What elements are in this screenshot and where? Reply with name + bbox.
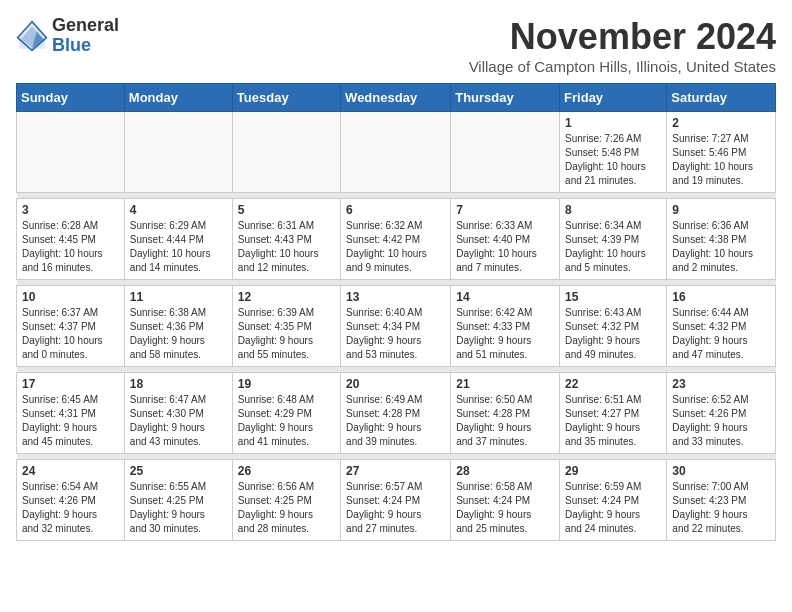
day-number: 4	[130, 203, 227, 217]
day-info: Sunrise: 6:57 AM Sunset: 4:24 PM Dayligh…	[346, 480, 445, 536]
calendar-cell: 15Sunrise: 6:43 AM Sunset: 4:32 PM Dayli…	[560, 286, 667, 367]
day-info: Sunrise: 6:45 AM Sunset: 4:31 PM Dayligh…	[22, 393, 119, 449]
calendar-cell: 17Sunrise: 6:45 AM Sunset: 4:31 PM Dayli…	[17, 373, 125, 454]
day-info: Sunrise: 6:50 AM Sunset: 4:28 PM Dayligh…	[456, 393, 554, 449]
calendar-week-1: 1Sunrise: 7:26 AM Sunset: 5:48 PM Daylig…	[17, 112, 776, 193]
day-info: Sunrise: 6:58 AM Sunset: 4:24 PM Dayligh…	[456, 480, 554, 536]
page-header: General Blue November 2024 Village of Ca…	[16, 16, 776, 75]
day-number: 7	[456, 203, 554, 217]
calendar-cell: 10Sunrise: 6:37 AM Sunset: 4:37 PM Dayli…	[17, 286, 125, 367]
calendar-cell: 27Sunrise: 6:57 AM Sunset: 4:24 PM Dayli…	[341, 460, 451, 541]
day-info: Sunrise: 7:00 AM Sunset: 4:23 PM Dayligh…	[672, 480, 770, 536]
logo: General Blue	[16, 16, 119, 56]
calendar-cell: 23Sunrise: 6:52 AM Sunset: 4:26 PM Dayli…	[667, 373, 776, 454]
day-info: Sunrise: 6:51 AM Sunset: 4:27 PM Dayligh…	[565, 393, 661, 449]
day-info: Sunrise: 7:27 AM Sunset: 5:46 PM Dayligh…	[672, 132, 770, 188]
day-number: 25	[130, 464, 227, 478]
logo-text: General Blue	[52, 16, 119, 56]
day-number: 10	[22, 290, 119, 304]
calendar-cell: 29Sunrise: 6:59 AM Sunset: 4:24 PM Dayli…	[560, 460, 667, 541]
calendar-cell: 11Sunrise: 6:38 AM Sunset: 4:36 PM Dayli…	[124, 286, 232, 367]
weekday-header-row: SundayMondayTuesdayWednesdayThursdayFrid…	[17, 84, 776, 112]
day-number: 8	[565, 203, 661, 217]
day-number: 28	[456, 464, 554, 478]
day-info: Sunrise: 7:26 AM Sunset: 5:48 PM Dayligh…	[565, 132, 661, 188]
day-number: 9	[672, 203, 770, 217]
calendar-cell: 3Sunrise: 6:28 AM Sunset: 4:45 PM Daylig…	[17, 199, 125, 280]
day-info: Sunrise: 6:55 AM Sunset: 4:25 PM Dayligh…	[130, 480, 227, 536]
day-number: 2	[672, 116, 770, 130]
calendar-cell: 16Sunrise: 6:44 AM Sunset: 4:32 PM Dayli…	[667, 286, 776, 367]
calendar-week-5: 24Sunrise: 6:54 AM Sunset: 4:26 PM Dayli…	[17, 460, 776, 541]
day-number: 3	[22, 203, 119, 217]
day-info: Sunrise: 6:59 AM Sunset: 4:24 PM Dayligh…	[565, 480, 661, 536]
calendar-cell: 2Sunrise: 7:27 AM Sunset: 5:46 PM Daylig…	[667, 112, 776, 193]
location-subtitle: Village of Campton Hills, Illinois, Unit…	[469, 58, 776, 75]
calendar-cell: 30Sunrise: 7:00 AM Sunset: 4:23 PM Dayli…	[667, 460, 776, 541]
day-number: 21	[456, 377, 554, 391]
day-info: Sunrise: 6:29 AM Sunset: 4:44 PM Dayligh…	[130, 219, 227, 275]
weekday-header-thursday: Thursday	[451, 84, 560, 112]
calendar-cell: 26Sunrise: 6:56 AM Sunset: 4:25 PM Dayli…	[232, 460, 340, 541]
calendar-cell: 22Sunrise: 6:51 AM Sunset: 4:27 PM Dayli…	[560, 373, 667, 454]
day-info: Sunrise: 6:48 AM Sunset: 4:29 PM Dayligh…	[238, 393, 335, 449]
day-info: Sunrise: 6:38 AM Sunset: 4:36 PM Dayligh…	[130, 306, 227, 362]
calendar-cell: 7Sunrise: 6:33 AM Sunset: 4:40 PM Daylig…	[451, 199, 560, 280]
day-info: Sunrise: 6:32 AM Sunset: 4:42 PM Dayligh…	[346, 219, 445, 275]
day-info: Sunrise: 6:47 AM Sunset: 4:30 PM Dayligh…	[130, 393, 227, 449]
calendar-cell	[232, 112, 340, 193]
day-info: Sunrise: 6:49 AM Sunset: 4:28 PM Dayligh…	[346, 393, 445, 449]
day-number: 17	[22, 377, 119, 391]
calendar-table: SundayMondayTuesdayWednesdayThursdayFrid…	[16, 83, 776, 541]
calendar-cell: 21Sunrise: 6:50 AM Sunset: 4:28 PM Dayli…	[451, 373, 560, 454]
calendar-cell: 12Sunrise: 6:39 AM Sunset: 4:35 PM Dayli…	[232, 286, 340, 367]
day-number: 18	[130, 377, 227, 391]
day-number: 27	[346, 464, 445, 478]
day-number: 14	[456, 290, 554, 304]
day-info: Sunrise: 6:52 AM Sunset: 4:26 PM Dayligh…	[672, 393, 770, 449]
weekday-header-wednesday: Wednesday	[341, 84, 451, 112]
calendar-cell: 4Sunrise: 6:29 AM Sunset: 4:44 PM Daylig…	[124, 199, 232, 280]
day-info: Sunrise: 6:31 AM Sunset: 4:43 PM Dayligh…	[238, 219, 335, 275]
day-info: Sunrise: 6:44 AM Sunset: 4:32 PM Dayligh…	[672, 306, 770, 362]
day-info: Sunrise: 6:40 AM Sunset: 4:34 PM Dayligh…	[346, 306, 445, 362]
calendar-cell: 18Sunrise: 6:47 AM Sunset: 4:30 PM Dayli…	[124, 373, 232, 454]
calendar-cell: 20Sunrise: 6:49 AM Sunset: 4:28 PM Dayli…	[341, 373, 451, 454]
calendar-cell: 1Sunrise: 7:26 AM Sunset: 5:48 PM Daylig…	[560, 112, 667, 193]
calendar-cell: 9Sunrise: 6:36 AM Sunset: 4:38 PM Daylig…	[667, 199, 776, 280]
day-info: Sunrise: 6:34 AM Sunset: 4:39 PM Dayligh…	[565, 219, 661, 275]
day-number: 22	[565, 377, 661, 391]
day-number: 30	[672, 464, 770, 478]
calendar-cell: 6Sunrise: 6:32 AM Sunset: 4:42 PM Daylig…	[341, 199, 451, 280]
calendar-week-3: 10Sunrise: 6:37 AM Sunset: 4:37 PM Dayli…	[17, 286, 776, 367]
day-number: 6	[346, 203, 445, 217]
calendar-cell: 25Sunrise: 6:55 AM Sunset: 4:25 PM Dayli…	[124, 460, 232, 541]
title-block: November 2024 Village of Campton Hills, …	[469, 16, 776, 75]
day-info: Sunrise: 6:39 AM Sunset: 4:35 PM Dayligh…	[238, 306, 335, 362]
calendar-cell: 24Sunrise: 6:54 AM Sunset: 4:26 PM Dayli…	[17, 460, 125, 541]
day-info: Sunrise: 6:42 AM Sunset: 4:33 PM Dayligh…	[456, 306, 554, 362]
day-number: 15	[565, 290, 661, 304]
day-number: 1	[565, 116, 661, 130]
day-info: Sunrise: 6:43 AM Sunset: 4:32 PM Dayligh…	[565, 306, 661, 362]
calendar-cell: 14Sunrise: 6:42 AM Sunset: 4:33 PM Dayli…	[451, 286, 560, 367]
calendar-cell: 28Sunrise: 6:58 AM Sunset: 4:24 PM Dayli…	[451, 460, 560, 541]
day-info: Sunrise: 6:28 AM Sunset: 4:45 PM Dayligh…	[22, 219, 119, 275]
calendar-cell: 13Sunrise: 6:40 AM Sunset: 4:34 PM Dayli…	[341, 286, 451, 367]
weekday-header-tuesday: Tuesday	[232, 84, 340, 112]
day-number: 16	[672, 290, 770, 304]
day-number: 12	[238, 290, 335, 304]
day-info: Sunrise: 6:54 AM Sunset: 4:26 PM Dayligh…	[22, 480, 119, 536]
day-number: 29	[565, 464, 661, 478]
day-number: 19	[238, 377, 335, 391]
calendar-cell	[451, 112, 560, 193]
weekday-header-sunday: Sunday	[17, 84, 125, 112]
day-number: 13	[346, 290, 445, 304]
day-number: 23	[672, 377, 770, 391]
day-info: Sunrise: 6:33 AM Sunset: 4:40 PM Dayligh…	[456, 219, 554, 275]
day-number: 5	[238, 203, 335, 217]
day-info: Sunrise: 6:37 AM Sunset: 4:37 PM Dayligh…	[22, 306, 119, 362]
day-info: Sunrise: 6:56 AM Sunset: 4:25 PM Dayligh…	[238, 480, 335, 536]
calendar-cell: 5Sunrise: 6:31 AM Sunset: 4:43 PM Daylig…	[232, 199, 340, 280]
day-number: 26	[238, 464, 335, 478]
